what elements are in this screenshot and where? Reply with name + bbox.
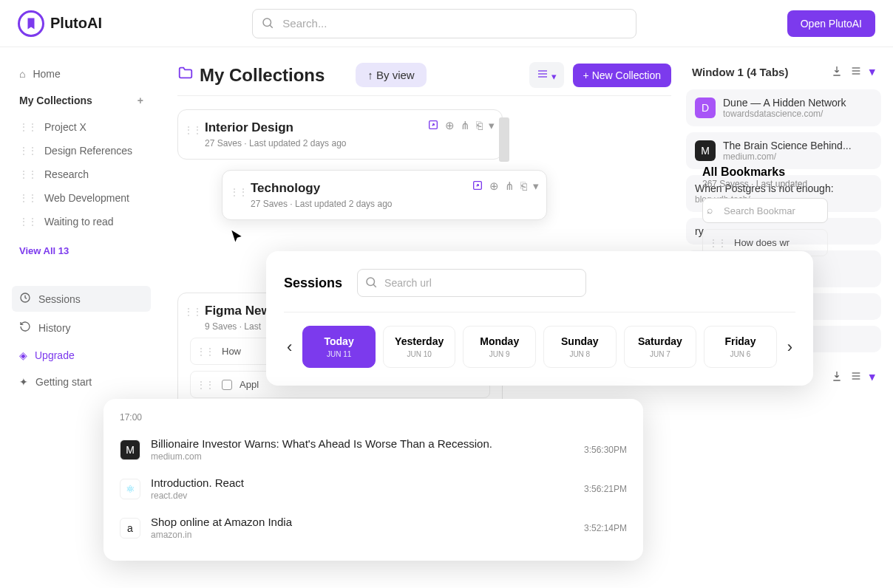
drag-handle-icon[interactable]: ⋮⋮ (184, 307, 202, 317)
favicon: ⚛ (120, 479, 140, 499)
folder-icon (177, 65, 194, 86)
drag-handle-icon[interactable]: ⋮⋮ (19, 122, 37, 132)
view-options-button[interactable]: ▾ (529, 62, 564, 88)
chevron-down-icon: ▾ (551, 71, 557, 82)
day-date: JUN 7 (631, 350, 690, 358)
day-date: JUN 10 (390, 350, 449, 358)
sidebar-collection-item[interactable]: ⋮⋮Project X (12, 115, 151, 139)
sidebar-item-label: Waiting to read (44, 216, 114, 228)
time-label: 17:00 (120, 412, 627, 423)
bookmark-search-input[interactable] (702, 198, 828, 223)
sidebar-item-label: Design References (44, 145, 132, 157)
sessions-search[interactable] (357, 269, 586, 297)
drag-handle-icon[interactable]: ⋮⋮ (230, 187, 248, 197)
svg-line-1 (270, 25, 273, 28)
drag-handle-icon[interactable]: ⋮⋮ (19, 146, 37, 156)
day-card[interactable]: FridayJUN 6 (704, 326, 777, 368)
new-collection-label: New Collection (592, 69, 661, 81)
add-icon[interactable]: ⊕ (489, 180, 499, 194)
card-meta: 27 Saves · Last updated 2 days ago (251, 199, 534, 209)
chevron-down-icon[interactable]: ▾ (869, 65, 875, 79)
chevron-down-icon[interactable]: ▾ (869, 370, 875, 384)
day-card[interactable]: SaturdayJUN 7 (624, 326, 697, 368)
search-input[interactable] (252, 9, 636, 38)
history-row[interactable]: ⚛Introduction. Reactreact.dev3:56:21PM (120, 469, 627, 508)
new-collection-button[interactable]: + New Collection (573, 64, 671, 87)
download-icon[interactable] (831, 370, 843, 384)
sidebar-collection-item[interactable]: ⋮⋮Design References (12, 139, 151, 163)
drag-handle-icon[interactable]: ⋮⋮ (709, 238, 727, 248)
share-icon[interactable]: ⋔ (461, 119, 470, 133)
archive-icon[interactable]: ⎗ (520, 180, 527, 194)
global-search[interactable] (252, 9, 636, 38)
open-icon[interactable] (472, 180, 483, 194)
add-collection-icon[interactable]: + (137, 95, 143, 106)
archive-icon[interactable]: ⎗ (476, 119, 483, 133)
sidebar-collection-item[interactable]: ⋮⋮Research (12, 163, 151, 186)
logo[interactable]: PlutoAI (18, 10, 102, 37)
all-bookmarks-title: All Bookmarks (702, 165, 828, 179)
history-time: 3:56:30PM (584, 445, 627, 455)
history-url: react.dev (151, 490, 574, 501)
history-time: 3:56:21PM (584, 484, 627, 494)
prev-arrow[interactable]: ‹ (284, 338, 295, 357)
drag-handle-icon[interactable]: ⋮⋮ (197, 346, 214, 357)
checkbox-icon[interactable] (222, 380, 232, 390)
sessions-search-input[interactable] (357, 269, 586, 297)
day-card[interactable]: SundayJUN 8 (543, 326, 617, 368)
tab-item[interactable]: DDune — A Hidden Networktowardsdatascien… (686, 89, 881, 126)
card-actions: ⊕ ⋔ ⎗ ▾ (427, 119, 495, 133)
open-plutoai-button[interactable]: Open PlutoAI (787, 10, 875, 37)
history-title: Shop online at Amazon India (151, 516, 574, 528)
bookmark-search[interactable]: ⌕ (702, 198, 828, 223)
nav-sessions[interactable]: Sessions (12, 286, 151, 312)
share-icon[interactable]: ⋔ (505, 180, 515, 194)
bookmark-item-text: How does wr (734, 237, 790, 248)
sidebar-collection-item[interactable]: ⋮⋮Waiting to read (12, 210, 151, 233)
page-title-text: My Collections (200, 65, 325, 86)
list-icon[interactable] (850, 65, 862, 79)
scrollbar[interactable] (499, 117, 509, 162)
nav-history[interactable]: History (12, 315, 151, 341)
collection-card-interior[interactable]: ⋮⋮ Interior Design 27 Saves · Last updat… (177, 109, 503, 160)
card-meta: 27 Saves · Last updated 2 days ago (205, 138, 490, 148)
day-card[interactable]: YesterdayJUN 10 (383, 326, 456, 368)
drag-handle-icon[interactable]: ⋮⋮ (19, 169, 37, 180)
history-popup: 17:00 MBillionaire Investor Warns: What'… (103, 399, 643, 561)
history-title: Introduction. React (151, 476, 574, 489)
nav-getting-started[interactable]: ✦ Getting start (12, 370, 151, 394)
sidebar-collection-item[interactable]: ⋮⋮Web Development (12, 186, 151, 210)
history-row[interactable]: MBillionaire Investor Warns: What's Ahea… (120, 430, 627, 469)
chevron-down-icon[interactable]: ▾ (533, 180, 539, 194)
nav-getting-started-label: Getting start (35, 376, 92, 388)
add-icon[interactable]: ⊕ (445, 119, 455, 133)
day-card[interactable]: MondayJUN 9 (463, 326, 536, 368)
tab-item[interactable]: MThe Brain Science Behind...medium.com/ (686, 132, 881, 169)
open-icon[interactable] (427, 119, 439, 133)
history-row[interactable]: aShop online at Amazon Indiaamazon.in3:5… (120, 508, 627, 547)
home-icon: ⌂ (19, 68, 25, 80)
floating-drag-card[interactable]: ⋮⋮ Technology 27 Saves · Last updated 2 … (222, 170, 547, 220)
history-title: Billionaire Investor Warns: What's Ahead… (151, 437, 574, 450)
drag-handle-icon[interactable]: ⋮⋮ (184, 125, 202, 135)
view-all-link[interactable]: View All 13 (12, 236, 151, 265)
drag-handle-icon[interactable]: ⋮⋮ (19, 193, 37, 203)
list-icon[interactable] (850, 370, 862, 384)
favicon: M (695, 140, 716, 161)
collections-header-label: My Collections (19, 95, 92, 106)
history-time: 3:52:14PM (584, 523, 627, 533)
nav-upgrade[interactable]: ◈ Upgrade (12, 343, 151, 367)
day-label: Monday (469, 335, 529, 347)
next-arrow[interactable]: › (784, 338, 795, 357)
sort-by-view[interactable]: ↑ By view (356, 63, 426, 87)
chevron-down-icon[interactable]: ▾ (489, 119, 495, 133)
drag-handle-icon[interactable]: ⋮⋮ (197, 380, 214, 390)
day-date: JUN 9 (469, 350, 529, 358)
nav-home[interactable]: ⌂ Home (12, 62, 151, 86)
day-date: JUN 6 (710, 350, 770, 358)
day-label: Saturday (631, 335, 690, 347)
day-card[interactable]: TodayJUN 11 (302, 326, 376, 368)
download-icon[interactable] (831, 65, 843, 79)
drag-handle-icon[interactable]: ⋮⋮ (19, 216, 37, 227)
sidebar-item-label: Research (44, 168, 89, 180)
